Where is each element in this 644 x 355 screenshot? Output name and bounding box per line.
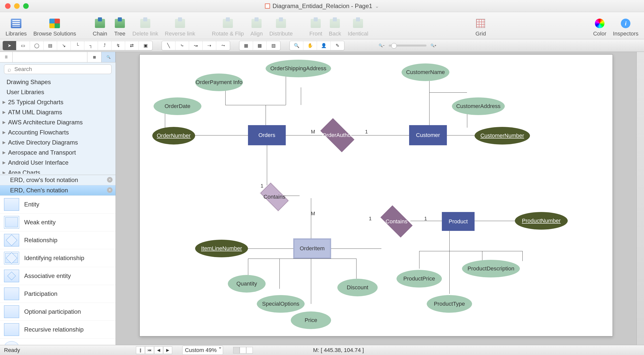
- zoom-out-button[interactable]: 🔍−: [379, 44, 385, 47]
- text-tool[interactable]: ▤: [44, 41, 57, 50]
- attribute-productdescription[interactable]: ProductDescription: [462, 260, 520, 277]
- line-tool-1[interactable]: ╲: [162, 41, 175, 50]
- connector-tool-4[interactable]: ⤴: [98, 41, 112, 50]
- attribute-productprice[interactable]: ProductPrice: [397, 270, 442, 288]
- tree-item[interactable]: User Libraries: [0, 87, 116, 97]
- attribute-price[interactable]: Price: [291, 311, 331, 329]
- line-tool-4[interactable]: ⇢: [203, 41, 216, 50]
- shape-identifying-relationship[interactable]: Identifying relationship: [0, 249, 116, 267]
- page-first-button[interactable]: ⏮: [145, 346, 154, 354]
- search-input[interactable]: [4, 64, 112, 74]
- connector-tool-1[interactable]: ↘: [57, 41, 71, 50]
- chevron-down-icon[interactable]: ⌄: [375, 3, 379, 9]
- hand-tool[interactable]: ✋: [303, 41, 317, 50]
- entity-orderitem[interactable]: OrderItem: [293, 238, 331, 259]
- connector-tool-2[interactable]: └: [71, 41, 84, 50]
- panel-mode-blank[interactable]: [13, 52, 87, 62]
- attribute-specialoptions[interactable]: SpecialOptions: [257, 295, 305, 313]
- page-next-button[interactable]: ▶: [163, 346, 172, 354]
- shape-relationship[interactable]: Relationship: [0, 231, 116, 249]
- snap-tool-1[interactable]: ▦: [239, 41, 253, 50]
- panel-mode-tree[interactable]: ☰: [0, 52, 13, 62]
- entity-orders[interactable]: Orders: [248, 125, 286, 145]
- pointer-tool[interactable]: ➤: [3, 41, 16, 50]
- attribute-customeraddress[interactable]: CustomerAddress: [452, 97, 505, 115]
- tree-item[interactable]: ▶Android User Interface: [0, 158, 116, 168]
- ellipse-tool[interactable]: ◯: [30, 41, 44, 50]
- zoom-window-button[interactable]: [23, 3, 29, 9]
- line-tool-5[interactable]: ⤳: [216, 41, 230, 50]
- shape-weak-entity[interactable]: Weak entity: [0, 214, 116, 231]
- entity-customer[interactable]: Customer: [409, 125, 447, 145]
- tree-item[interactable]: ▶ATM UML Diagrams: [0, 107, 116, 117]
- tree-button[interactable]: Tree: [112, 17, 128, 37]
- tree-item[interactable]: ▶Accounting Flowcharts: [0, 127, 116, 137]
- entity-product[interactable]: Product: [442, 212, 475, 231]
- minimize-window-button[interactable]: [14, 3, 20, 9]
- rect-tool[interactable]: ▭: [16, 41, 30, 50]
- relationship-orderauthor[interactable]: OrderAuthor: [316, 123, 359, 148]
- browse-solutions-button[interactable]: Browse Solutions: [31, 17, 78, 37]
- attribute-customername[interactable]: CustomerName: [402, 63, 449, 81]
- key-itemlinenumber[interactable]: ItemLineNumber: [195, 240, 248, 257]
- relationship-contains-1[interactable]: Contains: [256, 186, 293, 208]
- panel-mode-grid[interactable]: ▦: [87, 52, 101, 62]
- connector-tool-3[interactable]: ┐: [84, 41, 98, 50]
- tree-item[interactable]: ▶Area Charts: [0, 168, 116, 174]
- color-button[interactable]: Color: [591, 17, 609, 37]
- shape-recursive-relationship[interactable]: Recursive relationship: [0, 321, 116, 339]
- triangle-right-icon: ▶: [3, 140, 6, 145]
- tree-item[interactable]: ▶25 Typical Orgcharts: [0, 97, 116, 107]
- chain-button[interactable]: Chain: [91, 17, 109, 37]
- shape-associative-entity[interactable]: Associative entity: [0, 267, 116, 285]
- line-tool-3[interactable]: ↝: [189, 41, 203, 50]
- shape-label: Associative entity: [24, 272, 71, 279]
- snap-tool-2[interactable]: ▩: [253, 41, 267, 50]
- library-tab-chen[interactable]: ERD, Chen's notation×: [0, 185, 116, 196]
- key-ordernumber[interactable]: OrderNumber: [152, 127, 195, 145]
- snap-tool-3[interactable]: ▨: [267, 41, 280, 50]
- tree-item[interactable]: ▶Active Directory Diagrams: [0, 137, 116, 148]
- zoom-slider[interactable]: [389, 45, 426, 47]
- attribute-orderpaymentinfo[interactable]: OrderPayment Info: [195, 74, 243, 91]
- shape-label: Participation: [24, 290, 57, 297]
- zoom-select[interactable]: Custom 49%: [182, 346, 223, 355]
- shape-entity[interactable]: Entity: [0, 196, 116, 214]
- tree-item[interactable]: ▶Aerospace and Transport: [0, 148, 116, 158]
- crop-tool[interactable]: 👤: [317, 41, 331, 50]
- key-customernumber[interactable]: CustomerNumber: [475, 127, 530, 145]
- close-icon[interactable]: ×: [107, 187, 113, 193]
- connector-tool-7[interactable]: ▣: [139, 41, 152, 50]
- page-pause-button[interactable]: ‖: [136, 346, 145, 354]
- libraries-button[interactable]: Libraries: [4, 17, 29, 37]
- page-prev-button[interactable]: ◀: [154, 346, 163, 354]
- close-window-button[interactable]: [5, 3, 11, 9]
- attribute-orderdate[interactable]: OrderDate: [154, 97, 201, 115]
- attribute-ordershippingaddress[interactable]: OrderShippingAddress: [266, 60, 331, 77]
- zoom-in-button[interactable]: 🔍+: [431, 44, 437, 47]
- connector-tool-6[interactable]: ⇄: [125, 41, 139, 50]
- inspectors-button[interactable]: iInspectors: [611, 17, 641, 37]
- edit-tool[interactable]: ✎: [331, 41, 344, 50]
- attribute-producttype[interactable]: ProductType: [427, 295, 472, 313]
- tree-item[interactable]: ▶AWS Architecture Diagrams: [0, 117, 116, 127]
- key-productnumber[interactable]: ProductNumber: [515, 212, 568, 230]
- close-icon[interactable]: ×: [107, 177, 113, 183]
- canvas-scroll[interactable]: M 1 1 M 1 1 OrderDate OrderPayment Info …: [116, 52, 636, 345]
- grid-button[interactable]: Grid: [473, 17, 489, 37]
- shape-attribute[interactable]: Attribute: [0, 339, 116, 345]
- diagram-page[interactable]: M 1 1 M 1 1 OrderDate OrderPayment Info …: [139, 54, 613, 336]
- erd-label: Customer: [416, 132, 440, 138]
- tree-item[interactable]: Drawing Shapes: [0, 77, 116, 87]
- attribute-quantity[interactable]: Quantity: [228, 275, 266, 293]
- shape-optional-participation[interactable]: Optional participation: [0, 303, 116, 321]
- connector-tool-5[interactable]: ↯: [112, 41, 125, 50]
- zoom-tool[interactable]: 🔍: [290, 41, 303, 50]
- attribute-discount[interactable]: Discount: [337, 279, 378, 296]
- relationship-contains-2[interactable]: Contains: [376, 209, 417, 233]
- panel-mode-search[interactable]: 🔍: [101, 52, 116, 62]
- view-mode-segments[interactable]: [233, 347, 253, 353]
- line-tool-2[interactable]: ⤷: [175, 41, 189, 50]
- library-tab-crow[interactable]: ERD, crow's foot notation×: [0, 175, 116, 185]
- shape-participation[interactable]: Participation: [0, 285, 116, 303]
